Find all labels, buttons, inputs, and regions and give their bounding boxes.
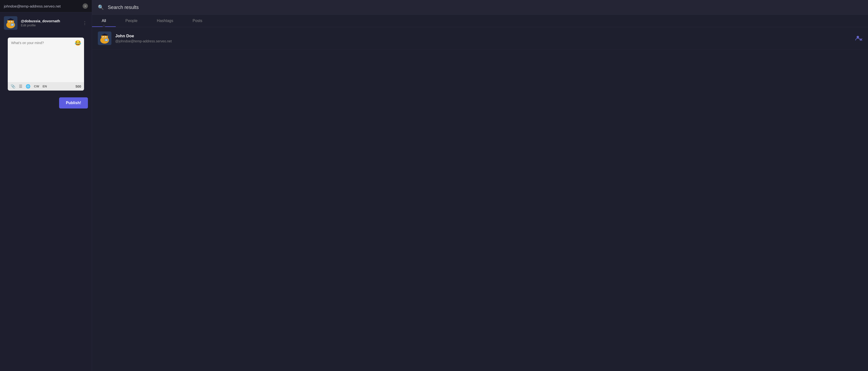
lang-button[interactable]: EN (42, 85, 47, 88)
compose-toolbar: 📎 ☰ 🌐 CW EN 500 (8, 82, 84, 91)
svg-rect-3 (8, 19, 13, 20)
compose-wrapper: 😂 📎 ☰ 🌐 CW EN 500 (4, 36, 88, 93)
tab-people[interactable]: People (116, 15, 147, 27)
profile-handle: @dobussia_dovornath (21, 19, 88, 23)
tab-all[interactable]: All (92, 15, 116, 27)
publish-button[interactable]: Publish! (59, 97, 88, 109)
tab-posts[interactable]: Posts (183, 15, 212, 27)
emoji-button[interactable]: 😂 (74, 40, 81, 46)
profile-menu-button[interactable]: ⋮ (82, 19, 88, 27)
globe-icon[interactable]: 🌐 (26, 84, 31, 89)
profile-info: @dobussia_dovornath Edit profile (21, 19, 88, 27)
compose-area: 😂 📎 ☰ 🌐 CW EN 500 (8, 37, 84, 91)
clear-search-button[interactable]: ✕ (83, 3, 88, 9)
svg-point-22 (105, 37, 106, 37)
svg-point-9 (11, 22, 12, 22)
results-list: John Doe @johndoe@temp-address.serveo.ne… (92, 27, 868, 371)
search-results-header: 🔍 Search results (92, 0, 868, 15)
char-count: 500 (75, 85, 81, 88)
compose-textarea[interactable] (8, 37, 84, 81)
result-handle: @johndoe@temp-address.serveo.net (115, 39, 851, 43)
edit-profile-link[interactable]: Edit profile (21, 24, 88, 27)
svg-point-8 (9, 22, 10, 22)
tabs-row: All People Hashtags Posts (92, 15, 868, 27)
cw-button[interactable]: CW (34, 85, 39, 88)
svg-rect-18 (107, 34, 107, 36)
table-row[interactable]: John Doe @johndoe@temp-address.serveo.ne… (92, 27, 868, 50)
search-icon: 🔍 (98, 4, 104, 10)
search-bar: johndoe@temp-address.serveo.net ✕ (0, 0, 92, 12)
svg-point-21 (103, 37, 104, 37)
attach-icon[interactable]: 📎 (11, 84, 16, 89)
search-results-title: Search results (108, 5, 139, 10)
svg-rect-16 (102, 35, 107, 36)
svg-point-26 (857, 36, 859, 38)
result-info: John Doe @johndoe@temp-address.serveo.ne… (115, 34, 851, 43)
svg-rect-5 (13, 19, 13, 21)
avatar (98, 31, 112, 45)
tab-hashtags[interactable]: Hashtags (147, 15, 183, 27)
profile-section: @dobussia_dovornath Edit profile ⋮ (0, 12, 92, 34)
list-icon[interactable]: ☰ (19, 84, 22, 89)
svg-rect-10 (11, 24, 14, 26)
search-input[interactable]: johndoe@temp-address.serveo.net (4, 4, 80, 8)
svg-rect-23 (104, 39, 108, 41)
unfollow-button[interactable] (856, 35, 862, 41)
result-name: John Doe (115, 34, 851, 38)
avatar (4, 16, 18, 30)
left-panel: johndoe@temp-address.serveo.net ✕ (0, 0, 92, 371)
right-panel: 🔍 Search results All People Hashtags Pos… (92, 0, 868, 371)
